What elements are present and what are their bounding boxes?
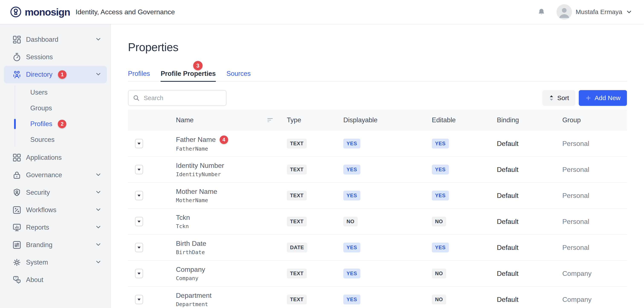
sidebar-item-label: About	[26, 276, 43, 284]
sidebar-item-label: Profiles	[30, 120, 52, 128]
sidebar-item-label: Directory	[26, 71, 52, 78]
sort-arrows-icon	[549, 95, 554, 101]
gear-icon	[12, 258, 22, 267]
sidebar-item-dashboard[interactable]: Dashboard	[0, 31, 111, 48]
row-actions-dropdown[interactable]	[135, 295, 143, 304]
search-icon	[133, 94, 140, 102]
sidebar-item-system[interactable]: System	[0, 254, 111, 271]
search-input[interactable]	[128, 90, 226, 106]
binding-value: Default	[497, 166, 562, 174]
dashboard-icon	[12, 35, 22, 44]
plus-icon	[585, 95, 592, 101]
type-badge: TEXT	[287, 165, 307, 174]
property-key: Department	[176, 301, 287, 307]
annotation-badge-4: 4	[220, 135, 228, 144]
tab-profile-properties[interactable]: Profile Properties	[160, 70, 216, 82]
sidebar-item-applications[interactable]: Applications	[0, 149, 111, 166]
type-badge: TEXT	[287, 139, 307, 148]
table-row: Father Name 4 FatherName TEXT YES YES De…	[128, 131, 627, 157]
displayable-badge: YES	[343, 243, 360, 252]
header-cell-group: Group	[562, 116, 627, 124]
sort-button[interactable]: Sort	[542, 90, 575, 106]
sliders-icon	[12, 240, 22, 250]
caret-down-icon	[138, 195, 140, 197]
row-actions-dropdown[interactable]	[135, 139, 143, 148]
shield-user-icon	[12, 188, 22, 197]
add-new-button[interactable]: Add New	[579, 90, 627, 106]
binding-value: Default	[497, 296, 562, 304]
caret-down-icon	[138, 299, 140, 301]
user-menu[interactable]: Mustafa Ermaya	[556, 4, 632, 19]
row-actions-dropdown[interactable]	[135, 191, 143, 200]
sidebar-item-label: Security	[26, 189, 50, 196]
sidebar-item-label: Governance	[26, 171, 62, 179]
property-key: MotherName	[176, 197, 287, 203]
property-name: Birth Date	[176, 240, 206, 248]
table-row: Company Company TEXT YES NO Default Comp…	[128, 261, 627, 287]
property-name: Department	[176, 292, 212, 300]
sidebar-item-directory[interactable]: Directory 1	[4, 66, 107, 83]
sidebar-item-label: Sources	[30, 136, 54, 144]
user-name: Mustafa Ermaya	[576, 8, 622, 15]
monosign-logo[interactable]: monosign	[10, 5, 70, 18]
header-cell-binding: Binding	[497, 116, 562, 124]
sidebar-item-branding[interactable]: Branding	[0, 236, 111, 254]
grid-icon	[12, 153, 22, 163]
type-badge: TEXT	[287, 191, 307, 200]
editable-badge: YES	[432, 139, 449, 148]
chevron-down-icon	[95, 189, 102, 196]
displayable-badge: YES	[343, 139, 360, 148]
sidebar-item-about[interactable]: ? ! About	[0, 271, 111, 289]
row-actions-dropdown[interactable]	[135, 243, 143, 252]
property-key: FatherName	[176, 146, 287, 152]
annotation-badge-2: 2	[58, 120, 66, 128]
sidebar-item-label: Workflows	[26, 206, 56, 214]
annotation-badge-3: 3	[193, 61, 202, 70]
group-value: Company	[562, 296, 627, 304]
sidebar-item-users[interactable]: Users	[0, 85, 111, 100]
editable-badge: YES	[432, 191, 449, 200]
row-actions-dropdown[interactable]	[135, 217, 143, 226]
table-row: Birth Date BirthDate DATE YES YES Defaul…	[128, 235, 627, 261]
displayable-badge: YES	[343, 165, 360, 174]
sidebar-item-reports[interactable]: Reports	[0, 219, 111, 236]
sidebar-item-label: Branding	[26, 241, 52, 249]
chevron-down-icon	[95, 36, 102, 43]
type-badge: TEXT	[287, 269, 307, 278]
binding-value: Default	[497, 270, 562, 278]
app-window: monosign Identity, Access and Governance…	[0, 0, 644, 308]
sidebar-item-label: Users	[30, 89, 48, 96]
sidebar-item-groups[interactable]: Groups	[0, 100, 111, 116]
tab-profiles[interactable]: Profiles	[128, 70, 150, 81]
sidebar-item-sessions[interactable]: Sessions	[0, 48, 111, 66]
svg-text:!: !	[18, 280, 19, 283]
row-actions-dropdown[interactable]	[135, 165, 143, 174]
monitor-chart-icon	[12, 223, 22, 232]
sidebar-item-label: Reports	[26, 224, 49, 231]
sidebar-item-workflows[interactable]: Workflows	[0, 201, 111, 219]
sidebar-item-security[interactable]: Security	[0, 184, 111, 201]
sort-lines-icon[interactable]	[267, 118, 274, 122]
sidebar-item-profiles[interactable]: Profiles 2	[0, 116, 111, 132]
editable-badge: NO	[432, 269, 446, 278]
type-badge: TEXT	[287, 217, 307, 226]
header-cell-type: Type	[287, 116, 343, 124]
caret-down-icon	[138, 169, 140, 171]
chat-question-icon: ? !	[12, 275, 22, 285]
chevron-down-icon	[95, 171, 102, 179]
table-row: Identity Number IdentityNumber TEXT YES …	[128, 157, 627, 183]
app-tagline: Identity, Access and Governance	[76, 8, 175, 16]
sidebar-item-sources[interactable]: Sources	[0, 132, 111, 148]
logo-text: monosign	[25, 6, 70, 18]
group-value: Company	[562, 270, 627, 278]
type-badge: TEXT	[287, 295, 307, 305]
property-name: Company	[176, 266, 205, 274]
property-name: Mother Name	[176, 188, 217, 196]
tab-sources[interactable]: Sources	[226, 70, 251, 81]
sidebar-item-governance[interactable]: Governance	[0, 166, 111, 184]
notifications-bell-icon[interactable]	[538, 8, 546, 16]
properties-table: Name Type Displayable Editable Binding G…	[128, 109, 627, 308]
row-actions-dropdown[interactable]	[135, 269, 143, 278]
sort-button-label: Sort	[557, 94, 569, 102]
chevron-down-icon	[95, 259, 102, 266]
